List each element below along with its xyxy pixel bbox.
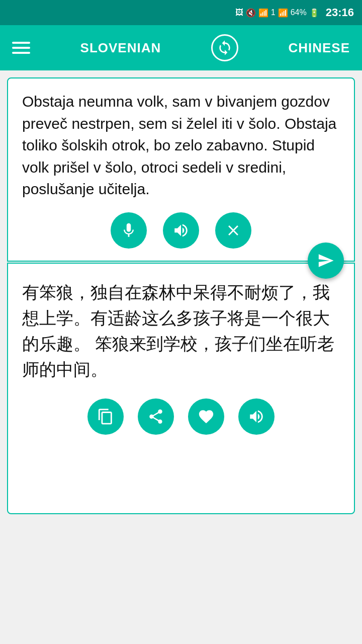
screenshot-icon: 🖼 xyxy=(235,8,243,17)
target-text: 有笨狼，独自在森林中呆得不耐烦了，我想上学。有适龄这么多孩子将是一个很大的乐趣。… xyxy=(22,280,340,382)
microphone-button[interactable] xyxy=(111,212,147,249)
nav-bar: SLOVENIAN CHINESE xyxy=(0,25,362,70)
copy-button[interactable] xyxy=(87,398,124,435)
send-icon xyxy=(317,252,334,269)
close-icon xyxy=(225,222,242,239)
status-bar: 🖼 🔇 📶 1 📶 64% 🔋 23:16 xyxy=(0,0,362,25)
sim-icon: 1 xyxy=(271,8,276,17)
copy-icon xyxy=(97,408,114,425)
speaker-button-target[interactable] xyxy=(238,398,275,435)
signal-icon: 📶 xyxy=(278,8,288,18)
source-text[interactable]: Obstaja neumna volk, sam v bivanjem gozd… xyxy=(22,91,340,200)
mute-icon: 🔇 xyxy=(246,8,256,18)
target-actions xyxy=(22,394,340,435)
source-actions xyxy=(22,212,340,251)
battery-text: 64% xyxy=(291,8,307,17)
wifi-icon: 📶 xyxy=(258,8,268,18)
main-content: Obstaja neumna volk, sam v bivanjem gozd… xyxy=(0,70,362,521)
volume-icon-source xyxy=(172,222,190,239)
share-icon xyxy=(147,408,164,425)
favorite-button[interactable] xyxy=(188,398,224,435)
mic-icon xyxy=(120,222,137,239)
source-language-label[interactable]: SLOVENIAN xyxy=(80,40,161,56)
swap-icon xyxy=(217,40,233,56)
status-icons: 🖼 🔇 📶 1 📶 64% 🔋 23:16 xyxy=(235,6,354,19)
heart-icon xyxy=(198,408,215,425)
clear-button[interactable] xyxy=(215,212,251,249)
source-text-box: Obstaja neumna volk, sam v bivanjem gozd… xyxy=(7,77,355,262)
swap-languages-button[interactable] xyxy=(211,34,238,61)
send-button[interactable] xyxy=(308,243,344,279)
menu-button[interactable] xyxy=(12,42,30,54)
share-button[interactable] xyxy=(138,398,174,435)
speaker-button-source[interactable] xyxy=(163,212,199,249)
target-text-box: 有笨狼，独自在森林中呆得不耐烦了，我想上学。有适龄这么多孩子将是一个很大的乐趣。… xyxy=(7,263,355,514)
time-display: 23:16 xyxy=(326,6,354,19)
target-language-label[interactable]: CHINESE xyxy=(288,40,350,56)
battery-icon: 🔋 xyxy=(309,8,319,18)
volume-icon-target xyxy=(248,408,265,425)
